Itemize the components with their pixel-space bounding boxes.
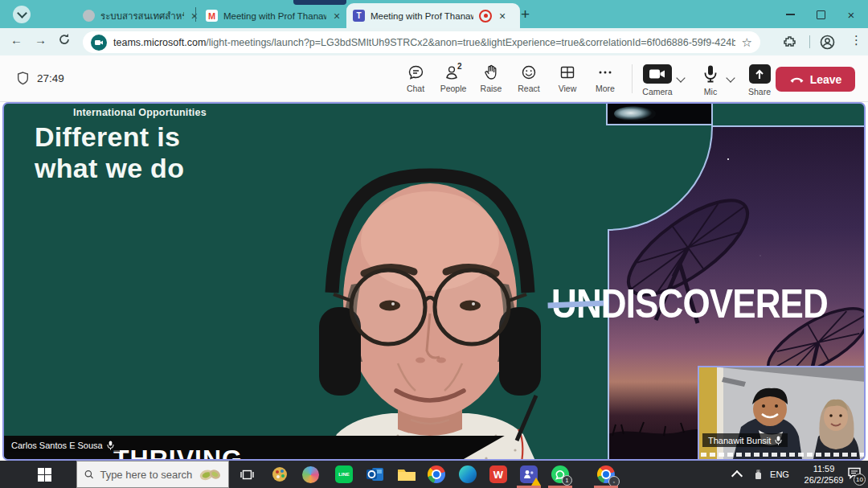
- teams-app-icon[interactable]: [518, 461, 540, 488]
- earth-image-strip: [606, 104, 713, 125]
- slide-kicker: International Opportunities: [73, 107, 207, 118]
- wps-office-app-icon[interactable]: W: [487, 461, 510, 488]
- pinwheel-app-icon[interactable]: [299, 461, 321, 488]
- url-text: teams.microsoft.com/light-meetings/launc…: [113, 37, 735, 48]
- windows-taskbar: Type here to search LINE W: [0, 461, 868, 488]
- extensions-icon[interactable]: [784, 35, 797, 52]
- tab-gmail-meeting[interactable]: M Meeting with Prof Thanawit Bu ×: [199, 3, 355, 28]
- new-tab-button[interactable]: +: [521, 6, 530, 22]
- presenter-name: Carlos Santos E Sousa: [11, 441, 103, 450]
- back-button[interactable]: ←: [10, 33, 23, 47]
- people-count-badge: 2: [457, 62, 462, 71]
- reload-button[interactable]: [58, 33, 71, 49]
- hang-up-icon: [789, 76, 805, 84]
- window-minimize-button[interactable]: [778, 7, 802, 22]
- pip-video-thumbnail[interactable]: Thanawit Bunsit: [698, 366, 866, 461]
- language-indicator[interactable]: ENG: [768, 461, 792, 488]
- pip-name-tag: Thanawit Bunsit: [702, 433, 788, 447]
- edge-app-icon[interactable]: [457, 461, 479, 488]
- struck-prefix: UN: [551, 281, 601, 327]
- bookmark-star-icon[interactable]: ☆: [742, 35, 752, 50]
- tab-title: ระบบสารสนเทศสำหรับบุคลากร มหาว: [100, 9, 184, 23]
- meeting-toolbar: [0, 55, 868, 102]
- shield-icon: [16, 72, 30, 88]
- search-placeholder: Type here to search: [100, 469, 192, 481]
- mic-icon: [702, 64, 719, 84]
- notification-count-badge: 10: [854, 474, 866, 486]
- camera-button[interactable]: Camera: [639, 64, 676, 96]
- generic-site-icon: [83, 10, 95, 22]
- gmail-icon: M: [206, 10, 218, 22]
- view-button[interactable]: View: [549, 64, 586, 93]
- raise-hand-icon: [483, 64, 499, 80]
- teams-icon: T: [353, 10, 365, 22]
- tray-time: 11:59: [805, 463, 844, 474]
- chrome-active-app-icon[interactable]: ◦: [595, 461, 617, 488]
- tray-expand-button[interactable]: [727, 461, 747, 488]
- pip-name: Thanawit Bunsit: [708, 436, 771, 445]
- undiscovered-text: UNDISCOVERED: [551, 281, 828, 327]
- start-button[interactable]: [31, 461, 58, 488]
- close-icon[interactable]: ×: [497, 10, 507, 22]
- url-path: /light-meetings/launch?p=LG3bdSMItUh9STR…: [206, 37, 735, 48]
- search-highlight-pistachio-icon: [199, 465, 221, 484]
- chrome-app-icon[interactable]: [425, 461, 448, 488]
- close-icon[interactable]: ×: [190, 10, 199, 22]
- chevron-up-icon: [731, 470, 743, 482]
- browser-menu-icon[interactable]: ⋮: [850, 33, 862, 47]
- taskbar-search-input[interactable]: Type here to search: [76, 461, 229, 488]
- window-restore-button[interactable]: [809, 7, 833, 22]
- tab-divider: [195, 7, 196, 22]
- file-explorer-app-icon[interactable]: [395, 461, 417, 488]
- slide-heading: Different is what we do: [35, 121, 184, 184]
- people-button[interactable]: 2 People: [435, 64, 472, 93]
- outlook-app-icon[interactable]: [364, 461, 387, 488]
- notification-center-button[interactable]: 10: [842, 461, 866, 488]
- url-domain: teams.microsoft.com: [113, 37, 206, 48]
- warning-icon: [531, 478, 541, 486]
- windows-logo-icon: [38, 468, 51, 482]
- share-up-arrow-icon: [749, 64, 771, 84]
- main-video-stage: International Opportunities Different is…: [2, 102, 866, 461]
- camera-icon: [643, 64, 672, 84]
- grid-view-icon: [559, 64, 575, 80]
- tab-teams-meeting-active[interactable]: T Meeting with Prof Thanawit ×: [346, 3, 520, 28]
- whatsapp-badge: 1: [562, 475, 572, 486]
- presenter-video: [277, 164, 583, 461]
- profile-avatar-icon[interactable]: [820, 35, 835, 53]
- forward-button[interactable]: →: [35, 33, 47, 47]
- presenter-name-tag: Carlos Santos E Sousa: [6, 438, 120, 452]
- tab-title: Meeting with Prof Thanawit: [371, 11, 473, 21]
- background-window-sliver: [293, 0, 346, 5]
- mic-icon: [775, 436, 782, 445]
- window-close-button[interactable]: ×: [839, 7, 863, 22]
- whatsapp-app-icon[interactable]: 1: [549, 461, 571, 488]
- earth-icon: [614, 106, 656, 121]
- ellipsis-icon: [596, 64, 614, 80]
- chat-button[interactable]: Chat: [397, 64, 434, 93]
- leave-button[interactable]: Leave: [776, 67, 855, 92]
- tab-search-button[interactable]: [13, 6, 31, 23]
- react-button[interactable]: React: [510, 64, 547, 93]
- usb-device-tray-icon[interactable]: [749, 461, 767, 488]
- task-view-button[interactable]: [235, 461, 259, 488]
- more-button[interactable]: More: [587, 64, 624, 93]
- tab-personnel-system[interactable]: ระบบสารสนเทศสำหรับบุคลากร มหาว ×: [76, 3, 206, 28]
- search-icon: [84, 469, 93, 480]
- mic-icon: [107, 441, 114, 450]
- clipped-caption-strip: [701, 453, 864, 457]
- line-app-icon[interactable]: LINE: [333, 461, 355, 488]
- recording-indicator-icon: [479, 10, 492, 23]
- toolbar-separator: [632, 64, 633, 93]
- mic-button[interactable]: Mic: [692, 64, 729, 96]
- share-button[interactable]: Share: [741, 64, 778, 96]
- toolbar-divider: [809, 35, 810, 48]
- chevron-down-icon: [17, 8, 27, 18]
- banner-text-clipped: THRIVING: [113, 445, 243, 461]
- raise-hand-button[interactable]: Raise: [473, 64, 510, 93]
- task-view-icon: [240, 469, 254, 481]
- url-bar[interactable]: teams.microsoft.com/light-meetings/launc…: [83, 31, 760, 53]
- smiley-icon: [521, 64, 537, 80]
- paint-palette-app-icon[interactable]: [268, 461, 291, 488]
- close-icon[interactable]: ×: [332, 10, 342, 22]
